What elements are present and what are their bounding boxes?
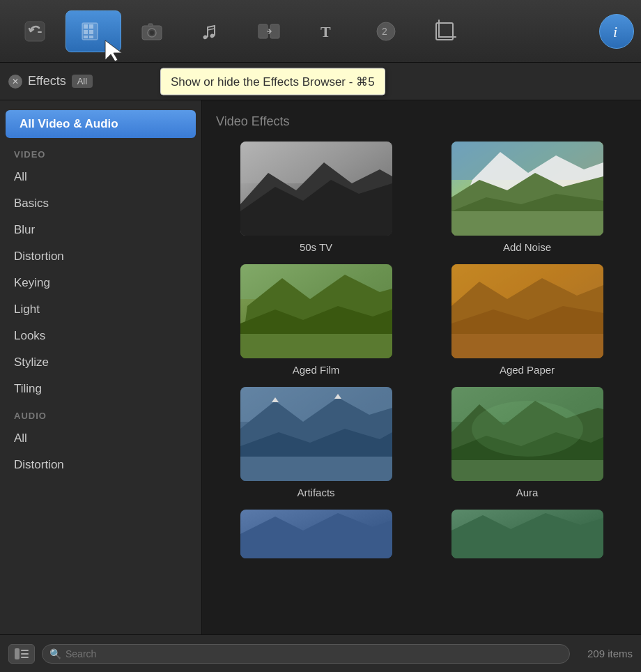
- effect-thumb-partial-2: [451, 510, 603, 558]
- bottom-bar: 🔍 209 items: [0, 634, 641, 672]
- toolbar: T 2 i: [0, 0, 641, 63]
- video-button[interactable]: [65, 10, 121, 52]
- titles-button[interactable]: T: [300, 10, 355, 52]
- crop-button[interactable]: [417, 10, 472, 52]
- video-section-header: VIDEO: [0, 141, 201, 164]
- svg-rect-1: [38, 31, 42, 33]
- search-input[interactable]: [65, 648, 562, 659]
- effect-thumb-50s-tv: [240, 142, 392, 236]
- undo-button[interactable]: [7, 10, 63, 52]
- effect-thumb-artifacts: [240, 387, 392, 481]
- transitions-button[interactable]: [241, 10, 297, 52]
- svg-rect-8: [89, 36, 93, 38]
- effect-aged-paper[interactable]: Aged Paper: [427, 264, 627, 376]
- sidebar-item-video-all[interactable]: All: [0, 164, 201, 190]
- svg-rect-13: [258, 24, 268, 38]
- effect-50s-tv[interactable]: 50s TV: [216, 142, 416, 253]
- sidebar-item-light[interactable]: Light: [0, 296, 201, 323]
- camera-button[interactable]: [124, 10, 180, 52]
- sidebar-item-audio-all[interactable]: All: [0, 425, 201, 452]
- svg-rect-41: [451, 264, 603, 358]
- svg-point-54: [472, 401, 583, 457]
- svg-rect-61: [21, 653, 29, 655]
- search-bar: 🔍: [42, 644, 570, 664]
- sidebar-item-looks[interactable]: Looks: [0, 323, 201, 349]
- sidebar: All Video & Audio VIDEO All Basics Blur …: [0, 100, 202, 634]
- header-row: ✕ Effects All Show or hide the Effects B…: [0, 63, 641, 100]
- search-icon: 🔍: [49, 648, 61, 659]
- svg-rect-53: [451, 460, 603, 481]
- effect-partial-2[interactable]: [427, 510, 627, 558]
- effect-add-noise[interactable]: Add Noise: [427, 142, 627, 253]
- effect-thumb-partial-1: [240, 510, 392, 558]
- svg-rect-0: [25, 22, 45, 41]
- svg-rect-12: [148, 24, 153, 26]
- svg-text:i: i: [613, 23, 617, 40]
- svg-text:T: T: [320, 23, 331, 40]
- effect-label-50s-tv: 50s TV: [300, 241, 332, 253]
- close-button[interactable]: ✕: [8, 75, 22, 89]
- effect-thumb-add-noise: [451, 142, 603, 236]
- effect-thumb-aura: [451, 387, 603, 481]
- sidebar-item-stylize[interactable]: Stylize: [0, 349, 201, 376]
- content-title: Video Effects: [216, 114, 627, 129]
- all-badge[interactable]: All: [72, 75, 93, 88]
- effects-grid: 50s TV: [216, 142, 627, 498]
- effects-label: Effects: [28, 74, 66, 89]
- effect-label-add-noise: Add Noise: [503, 241, 551, 253]
- effect-label-aged-paper: Aged Paper: [500, 364, 555, 376]
- svg-rect-30: [451, 211, 603, 236]
- tooltip: Show or hide the Effects Browser - ⌘5: [160, 68, 385, 95]
- effect-label-artifacts: Artifacts: [297, 487, 334, 498]
- sidebar-item-keying[interactable]: Keying: [0, 270, 201, 296]
- effect-aura[interactable]: Aura: [427, 387, 627, 498]
- effect-label-aura: Aura: [516, 487, 539, 498]
- numbers-button[interactable]: 2: [358, 10, 414, 52]
- svg-rect-35: [240, 334, 392, 358]
- content-area: Video Effects: [202, 100, 641, 634]
- svg-rect-5: [84, 30, 88, 34]
- main-area: All Video & Audio VIDEO All Basics Blur …: [0, 100, 641, 634]
- audio-section-header: AUDIO: [0, 402, 201, 425]
- music-button[interactable]: [183, 10, 238, 52]
- svg-rect-62: [21, 657, 29, 658]
- cursor-arrow: [102, 38, 115, 50]
- sidebar-item-blur[interactable]: Blur: [0, 217, 201, 243]
- svg-rect-59: [15, 648, 20, 659]
- item-count: 209 items: [577, 648, 633, 659]
- effect-thumb-aged-paper: [451, 264, 603, 358]
- sidebar-item-tiling[interactable]: Tiling: [0, 376, 201, 402]
- svg-rect-3: [84, 24, 88, 29]
- effect-thumb-aged-film: [240, 264, 392, 358]
- svg-rect-4: [89, 24, 93, 29]
- effect-label-aged-film: Aged Film: [293, 364, 340, 376]
- sidebar-toggle-button[interactable]: [8, 644, 35, 664]
- svg-rect-7: [84, 36, 88, 38]
- effect-partial-1[interactable]: [216, 510, 416, 558]
- partial-effects-row: [216, 510, 627, 558]
- svg-rect-60: [21, 650, 29, 651]
- sidebar-item-basics[interactable]: Basics: [0, 190, 201, 217]
- svg-text:2: 2: [382, 26, 387, 37]
- sidebar-item-distortion[interactable]: Distortion: [0, 243, 201, 270]
- effect-artifacts[interactable]: Artifacts: [216, 387, 416, 498]
- svg-rect-46: [240, 457, 392, 481]
- sidebar-item-all-video-audio[interactable]: All Video & Audio: [6, 110, 196, 138]
- sidebar-item-audio-distortion[interactable]: Distortion: [0, 452, 201, 478]
- effect-aged-film[interactable]: Aged Film: [216, 264, 416, 376]
- svg-rect-6: [89, 30, 93, 34]
- svg-point-11: [150, 31, 154, 35]
- info-button[interactable]: i: [599, 14, 634, 49]
